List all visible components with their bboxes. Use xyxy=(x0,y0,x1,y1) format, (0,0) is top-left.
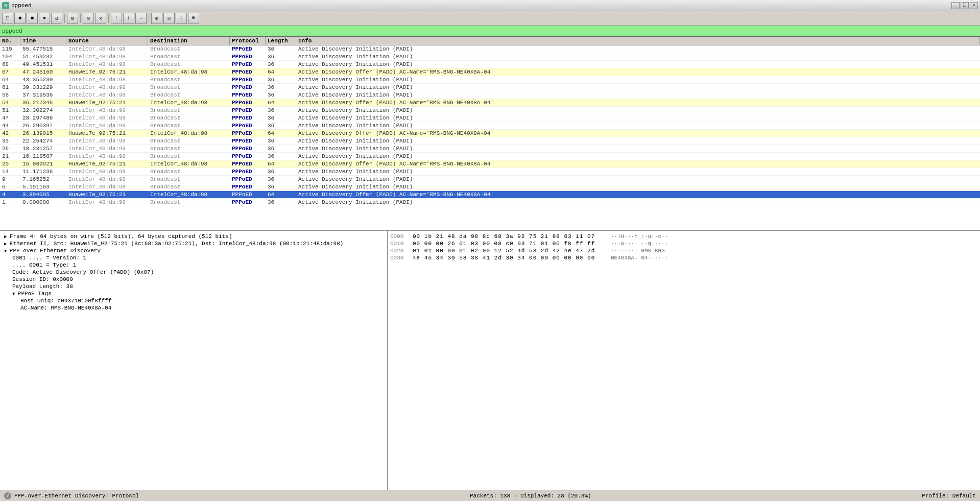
packet-cell: Broadcast xyxy=(148,137,230,145)
table-row[interactable]: 10.000000IntelCor_48:da:98BroadcastPPPoE… xyxy=(0,199,980,206)
filter-bar xyxy=(0,26,980,37)
table-row[interactable]: 1411.171236IntelCor_48:da:98BroadcastPPP… xyxy=(0,168,980,176)
toolbar-btn-up[interactable]: ↑ xyxy=(111,13,122,24)
table-row[interactable]: 6747.245160HuaweiTe_92:75:21IntelCor_48:… xyxy=(0,68,980,76)
packet-cell: PPPoED xyxy=(230,99,266,106)
packet-cell: IntelCor_48:da:98 xyxy=(148,160,230,168)
packet-cell: 0.000000 xyxy=(20,199,66,206)
pppoe-field[interactable]: .... 0001 = Type: 1 xyxy=(2,261,385,269)
hex-row: 001000 00 00 26 01 03 00 08 c0 93 71 01 … xyxy=(390,240,978,247)
packet-cell: PPPoED xyxy=(230,91,266,99)
toolbar-btn-remove[interactable]: ✕ xyxy=(95,13,106,24)
table-row[interactable]: 2015.089921HuaweiTe_92:75:21IntelCor_48:… xyxy=(0,160,980,168)
maximize-button[interactable]: □ xyxy=(961,2,969,9)
toolbar-btn-add[interactable]: ⊕ xyxy=(83,13,94,24)
packet-cell: Active Discovery Initiation (PADI) xyxy=(296,61,980,68)
filter-input[interactable] xyxy=(2,28,206,34)
detail-ethernet[interactable]: Ethernet II, Src: HuaweiTe_92:75:21 (8c:… xyxy=(2,240,385,247)
packet-cell: 16.218587 xyxy=(20,153,66,160)
packet-cell: Broadcast xyxy=(148,53,230,60)
hex-ascii: ··!H···h :·u!·c·· xyxy=(611,233,668,240)
toolbar-btn-forward[interactable]: → xyxy=(135,13,147,24)
minimize-button[interactable]: _ xyxy=(951,2,960,9)
packet-cell: 47.245160 xyxy=(20,68,66,76)
close-button[interactable]: × xyxy=(970,2,978,9)
detail-panel[interactable]: Frame 4: 64 bytes on wire (512 bits), 64… xyxy=(0,231,388,490)
table-row[interactable]: 3322.254274IntelCor_48:da:98BroadcastPPP… xyxy=(0,137,980,145)
packet-cell: Broadcast xyxy=(148,176,230,183)
title-bar-controls[interactable]: _ □ × xyxy=(951,2,978,9)
packet-cell: Broadcast xyxy=(148,183,230,190)
packet-cell: PPPoED xyxy=(230,153,266,160)
pppoe-fields: 0001 .... = Version: 1.... 0001 = Type: … xyxy=(2,254,385,290)
hex-bytes: 00 00 00 26 01 03 00 08 c0 93 71 01 00 f… xyxy=(413,241,607,247)
toolbar-btn-3[interactable]: ■ xyxy=(27,13,38,24)
table-row[interactable]: 65.151163IntelCor_48:da:98BroadcastPPPoE… xyxy=(0,183,980,191)
packet-cell: 67 xyxy=(0,68,20,76)
packet-cell: Active Discovery Offer (PADO) AC-Name='R… xyxy=(296,130,980,137)
pppoe-field[interactable]: Session ID: 0x0000 xyxy=(2,276,385,283)
table-row[interactable]: 2618.231257IntelCor_48:da:98BroadcastPPP… xyxy=(0,145,980,153)
table-row[interactable]: 5637.319536IntelCor_48:da:98BroadcastPPP… xyxy=(0,91,980,99)
pppoe-field[interactable]: Code: Active Discovery Offer (PADO) (0x0… xyxy=(2,269,385,276)
packet-list[interactable]: No. Time Source Destination Protocol Len… xyxy=(0,37,980,231)
toolbar-btn-record[interactable]: ● xyxy=(39,13,50,24)
detail-pppoe-label[interactable]: PPP-over-Ethernet Discovery xyxy=(2,247,385,254)
toolbar-btn-zoom-in[interactable]: ⊕ xyxy=(151,13,162,24)
pppoe-tag[interactable]: Host-Uniq: c093710100f8ffff xyxy=(2,297,385,304)
pppoe-tag[interactable]: AC-Name: RMS-BNG-NE40X8A-04 xyxy=(2,304,385,312)
toolbar-btn-down[interactable]: ↓ xyxy=(123,13,134,24)
toolbar-btn-restart[interactable]: ↺ xyxy=(51,13,62,24)
table-row[interactable]: 43.894095HuaweiTe_92:75:21IntelCor_48:da… xyxy=(0,191,980,199)
packet-cell: 47 xyxy=(0,114,20,122)
packet-cell: 42 xyxy=(0,130,20,137)
table-row[interactable]: 6139.331229IntelCor_48:da:98BroadcastPPP… xyxy=(0,84,980,91)
table-row[interactable]: 10451.459232IntelCor_48:da:98BroadcastPP… xyxy=(0,53,980,61)
packet-cell: 39.331229 xyxy=(20,84,66,91)
packet-cell: PPPoED xyxy=(230,107,266,114)
table-row[interactable]: 2116.218587IntelCor_48:da:98BroadcastPPP… xyxy=(0,153,980,160)
packet-cell: Active Discovery Initiation (PADI) xyxy=(296,199,980,206)
toolbar: □ ■ ■ ● ↺ ⚙ ⊕ ✕ ↑ ↓ → ⊕ ⊖ ↕ ≡ xyxy=(0,11,980,26)
detail-pppoe-tags-label[interactable]: PPPoE Tags xyxy=(2,290,385,297)
toolbar-btn-settings[interactable]: ⚙ xyxy=(67,13,78,24)
table-row[interactable]: 6849.451531IntelCor_48:da:98BroadcastPPP… xyxy=(0,61,980,68)
table-row[interactable]: 5436.217346HuaweiTe_92:75:21IntelCor_48:… xyxy=(0,99,980,107)
pppoe-tags: Host-Uniq: c093710100f8ffffAC-Name: RMS-… xyxy=(2,297,385,312)
detail-frame[interactable]: Frame 4: 64 bytes on wire (512 bits), 64… xyxy=(2,233,385,240)
packet-cell: IntelCor_48:da:98 xyxy=(66,61,148,68)
toolbar-btn-zoom-fit[interactable]: ↕ xyxy=(176,13,187,24)
packet-cell: Broadcast xyxy=(148,153,230,160)
packet-cell: 51.459232 xyxy=(20,53,66,60)
packet-cell: 28.297486 xyxy=(20,114,66,122)
window-title: pppoed xyxy=(11,3,32,9)
table-row[interactable]: 11555.477515IntelCor_48:da:98BroadcastPP… xyxy=(0,45,980,53)
packet-cell: 26 xyxy=(0,145,20,152)
toolbar-btn-1[interactable]: □ xyxy=(2,13,13,24)
pppoe-field[interactable]: Payload Length: 38 xyxy=(2,283,385,290)
packet-cell: IntelCor_48:da:98 xyxy=(66,107,148,114)
pppoe-field[interactable]: 0001 .... = Version: 1 xyxy=(2,254,385,261)
status-protocol: PPP-over-Ethernet Discovery: Protocol xyxy=(14,493,139,499)
hex-offset: 0010 xyxy=(390,241,409,247)
toolbar-btn-2[interactable]: ■ xyxy=(14,13,26,24)
packet-cell: IntelCor_48:da:98 xyxy=(66,53,148,60)
packet-cell: Active Discovery Initiation (PADI) xyxy=(296,145,980,152)
table-row[interactable]: 97.165252IntelCor_48:da:98BroadcastPPPoE… xyxy=(0,176,980,183)
packet-cell: 11.171236 xyxy=(20,168,66,175)
toolbar-btn-zoom-orig[interactable]: ≡ xyxy=(188,13,199,24)
table-row[interactable]: 6443.355230IntelCor_48:da:98BroadcastPPP… xyxy=(0,76,980,84)
packet-cell: IntelCor_48:da:98 xyxy=(148,130,230,137)
packet-cell: 36 xyxy=(266,53,296,60)
table-row[interactable]: 4728.297486IntelCor_48:da:98BroadcastPPP… xyxy=(0,114,980,122)
table-row[interactable]: 5132.302274IntelCor_48:da:98BroadcastPPP… xyxy=(0,107,980,114)
packet-cell: 36 xyxy=(266,176,296,183)
table-row[interactable]: 4426.290397IntelCor_48:da:98BroadcastPPP… xyxy=(0,122,980,130)
packet-cell: Active Discovery Initiation (PADI) xyxy=(296,122,980,129)
packet-cell: 36 xyxy=(266,199,296,206)
packet-cell: 36 xyxy=(266,153,296,160)
toolbar-btn-zoom-out[interactable]: ⊖ xyxy=(163,13,175,24)
table-row[interactable]: 4226.139015HuaweiTe_92:75:21IntelCor_48:… xyxy=(0,130,980,137)
packet-cell: 36 xyxy=(266,114,296,122)
packet-cell: 64 xyxy=(266,130,296,137)
